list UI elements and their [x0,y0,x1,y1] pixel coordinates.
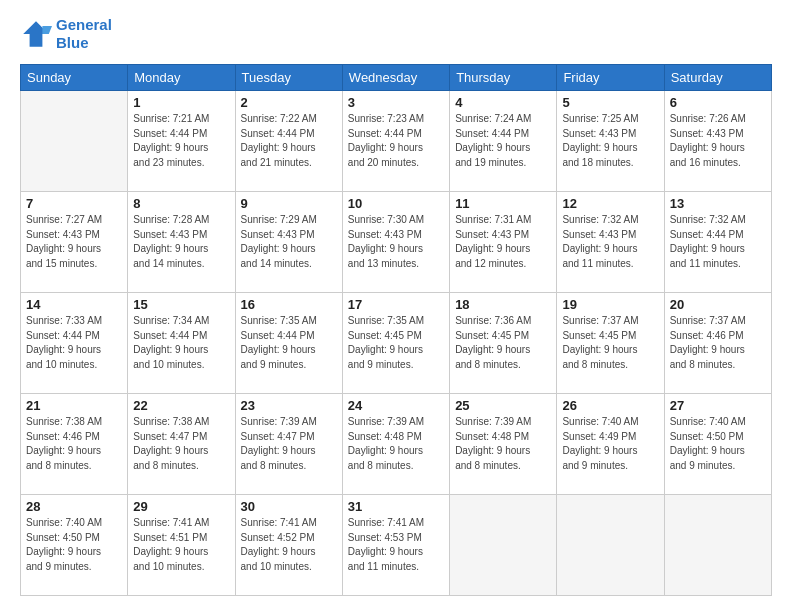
calendar-cell: 25Sunrise: 7:39 AMSunset: 4:48 PMDayligh… [450,394,557,495]
calendar-cell: 26Sunrise: 7:40 AMSunset: 4:49 PMDayligh… [557,394,664,495]
day-info: Sunrise: 7:32 AMSunset: 4:43 PMDaylight:… [562,213,658,271]
day-info: Sunrise: 7:22 AMSunset: 4:44 PMDaylight:… [241,112,337,170]
calendar-cell: 24Sunrise: 7:39 AMSunset: 4:48 PMDayligh… [342,394,449,495]
calendar-cell: 22Sunrise: 7:38 AMSunset: 4:47 PMDayligh… [128,394,235,495]
calendar-cell: 3Sunrise: 7:23 AMSunset: 4:44 PMDaylight… [342,91,449,192]
day-info: Sunrise: 7:21 AMSunset: 4:44 PMDaylight:… [133,112,229,170]
day-number: 21 [26,398,122,413]
day-number: 9 [241,196,337,211]
page: General Blue Sunday Monday Tuesday Wedne… [0,0,792,612]
day-info: Sunrise: 7:26 AMSunset: 4:43 PMDaylight:… [670,112,766,170]
calendar-cell: 8Sunrise: 7:28 AMSunset: 4:43 PMDaylight… [128,192,235,293]
logo-text: General Blue [56,16,112,52]
calendar-cell: 6Sunrise: 7:26 AMSunset: 4:43 PMDaylight… [664,91,771,192]
day-info: Sunrise: 7:41 AMSunset: 4:52 PMDaylight:… [241,516,337,574]
day-number: 18 [455,297,551,312]
calendar-cell: 11Sunrise: 7:31 AMSunset: 4:43 PMDayligh… [450,192,557,293]
col-monday: Monday [128,65,235,91]
day-info: Sunrise: 7:40 AMSunset: 4:49 PMDaylight:… [562,415,658,473]
calendar-cell: 21Sunrise: 7:38 AMSunset: 4:46 PMDayligh… [21,394,128,495]
calendar-cell: 30Sunrise: 7:41 AMSunset: 4:52 PMDayligh… [235,495,342,596]
calendar-week-0: 1Sunrise: 7:21 AMSunset: 4:44 PMDaylight… [21,91,772,192]
day-info: Sunrise: 7:29 AMSunset: 4:43 PMDaylight:… [241,213,337,271]
calendar-cell [557,495,664,596]
day-info: Sunrise: 7:36 AMSunset: 4:45 PMDaylight:… [455,314,551,372]
day-number: 3 [348,95,444,110]
col-friday: Friday [557,65,664,91]
day-number: 22 [133,398,229,413]
logo-icon [20,18,52,50]
day-number: 6 [670,95,766,110]
calendar-week-2: 14Sunrise: 7:33 AMSunset: 4:44 PMDayligh… [21,293,772,394]
calendar-cell: 14Sunrise: 7:33 AMSunset: 4:44 PMDayligh… [21,293,128,394]
calendar-cell: 7Sunrise: 7:27 AMSunset: 4:43 PMDaylight… [21,192,128,293]
day-number: 29 [133,499,229,514]
calendar-cell: 16Sunrise: 7:35 AMSunset: 4:44 PMDayligh… [235,293,342,394]
day-info: Sunrise: 7:24 AMSunset: 4:44 PMDaylight:… [455,112,551,170]
day-number: 27 [670,398,766,413]
calendar-cell: 13Sunrise: 7:32 AMSunset: 4:44 PMDayligh… [664,192,771,293]
calendar-cell: 18Sunrise: 7:36 AMSunset: 4:45 PMDayligh… [450,293,557,394]
day-number: 24 [348,398,444,413]
day-number: 30 [241,499,337,514]
day-info: Sunrise: 7:38 AMSunset: 4:46 PMDaylight:… [26,415,122,473]
day-info: Sunrise: 7:23 AMSunset: 4:44 PMDaylight:… [348,112,444,170]
col-wednesday: Wednesday [342,65,449,91]
day-info: Sunrise: 7:27 AMSunset: 4:43 PMDaylight:… [26,213,122,271]
calendar-cell: 29Sunrise: 7:41 AMSunset: 4:51 PMDayligh… [128,495,235,596]
calendar-cell [664,495,771,596]
calendar-cell: 19Sunrise: 7:37 AMSunset: 4:45 PMDayligh… [557,293,664,394]
day-number: 11 [455,196,551,211]
day-info: Sunrise: 7:30 AMSunset: 4:43 PMDaylight:… [348,213,444,271]
day-number: 28 [26,499,122,514]
calendar-cell: 10Sunrise: 7:30 AMSunset: 4:43 PMDayligh… [342,192,449,293]
day-info: Sunrise: 7:37 AMSunset: 4:45 PMDaylight:… [562,314,658,372]
calendar-cell: 1Sunrise: 7:21 AMSunset: 4:44 PMDaylight… [128,91,235,192]
day-info: Sunrise: 7:40 AMSunset: 4:50 PMDaylight:… [670,415,766,473]
calendar-cell: 31Sunrise: 7:41 AMSunset: 4:53 PMDayligh… [342,495,449,596]
day-info: Sunrise: 7:41 AMSunset: 4:51 PMDaylight:… [133,516,229,574]
col-thursday: Thursday [450,65,557,91]
day-number: 7 [26,196,122,211]
calendar-cell: 12Sunrise: 7:32 AMSunset: 4:43 PMDayligh… [557,192,664,293]
day-number: 13 [670,196,766,211]
day-number: 25 [455,398,551,413]
day-number: 14 [26,297,122,312]
calendar-cell: 5Sunrise: 7:25 AMSunset: 4:43 PMDaylight… [557,91,664,192]
day-info: Sunrise: 7:40 AMSunset: 4:50 PMDaylight:… [26,516,122,574]
day-number: 20 [670,297,766,312]
calendar-cell: 20Sunrise: 7:37 AMSunset: 4:46 PMDayligh… [664,293,771,394]
calendar-cell: 27Sunrise: 7:40 AMSunset: 4:50 PMDayligh… [664,394,771,495]
calendar-cell: 23Sunrise: 7:39 AMSunset: 4:47 PMDayligh… [235,394,342,495]
calendar-cell: 17Sunrise: 7:35 AMSunset: 4:45 PMDayligh… [342,293,449,394]
calendar-week-3: 21Sunrise: 7:38 AMSunset: 4:46 PMDayligh… [21,394,772,495]
day-number: 1 [133,95,229,110]
day-number: 8 [133,196,229,211]
header: General Blue [20,16,772,52]
calendar-table: Sunday Monday Tuesday Wednesday Thursday… [20,64,772,596]
day-info: Sunrise: 7:33 AMSunset: 4:44 PMDaylight:… [26,314,122,372]
day-number: 26 [562,398,658,413]
day-info: Sunrise: 7:39 AMSunset: 4:48 PMDaylight:… [348,415,444,473]
day-number: 16 [241,297,337,312]
day-number: 15 [133,297,229,312]
calendar-header-row: Sunday Monday Tuesday Wednesday Thursday… [21,65,772,91]
day-number: 19 [562,297,658,312]
day-info: Sunrise: 7:39 AMSunset: 4:48 PMDaylight:… [455,415,551,473]
logo: General Blue [20,16,112,52]
calendar-cell [21,91,128,192]
calendar-cell [450,495,557,596]
day-info: Sunrise: 7:35 AMSunset: 4:45 PMDaylight:… [348,314,444,372]
calendar-cell: 28Sunrise: 7:40 AMSunset: 4:50 PMDayligh… [21,495,128,596]
calendar-cell: 9Sunrise: 7:29 AMSunset: 4:43 PMDaylight… [235,192,342,293]
svg-marker-1 [42,26,52,34]
day-number: 23 [241,398,337,413]
day-number: 5 [562,95,658,110]
day-number: 12 [562,196,658,211]
day-info: Sunrise: 7:39 AMSunset: 4:47 PMDaylight:… [241,415,337,473]
day-number: 31 [348,499,444,514]
day-info: Sunrise: 7:37 AMSunset: 4:46 PMDaylight:… [670,314,766,372]
calendar-cell: 4Sunrise: 7:24 AMSunset: 4:44 PMDaylight… [450,91,557,192]
day-info: Sunrise: 7:31 AMSunset: 4:43 PMDaylight:… [455,213,551,271]
calendar-week-1: 7Sunrise: 7:27 AMSunset: 4:43 PMDaylight… [21,192,772,293]
